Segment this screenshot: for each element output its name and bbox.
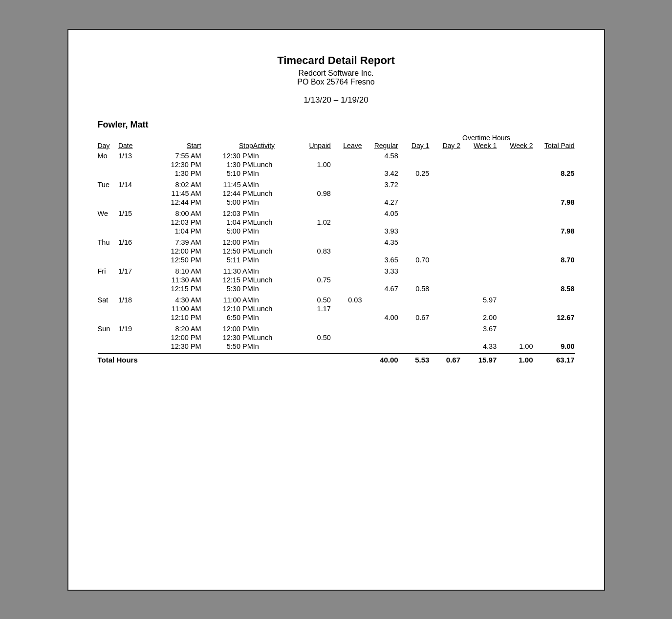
- ot-header-row: Overtime Hours: [98, 134, 575, 142]
- header-start: Start: [150, 142, 201, 151]
- table-row: 12:15 PM5:30 PMIn4.670.588.58: [98, 284, 575, 296]
- col-header-row: Day Date Start Stop Activity Unpaid Leav…: [98, 142, 575, 151]
- total-row: Total Hours40.005.530.6715.971.0063.17: [98, 353, 575, 364]
- table-row: 11:00 AM12:10 PMLunch1.17: [98, 304, 575, 313]
- header-date: Date: [118, 142, 150, 151]
- table-row: 12:30 PM5:50 PMIn4.331.009.00: [98, 342, 575, 354]
- employee-name: Fowler, Matt: [98, 120, 575, 130]
- report-page: Timecard Detail Report Redcort Software …: [67, 29, 605, 591]
- table-row: Fri1/178:10 AM11:30 AMIn3.33: [98, 267, 575, 276]
- header-totalpaid: Total Paid: [533, 142, 575, 151]
- report-header: Timecard Detail Report Redcort Software …: [98, 54, 575, 105]
- header-day2: Day 2: [429, 142, 460, 151]
- table-row: 12:03 PM1:04 PMLunch1.02: [98, 218, 575, 227]
- table-row: Thu1/167:39 AM12:00 PMIn4.35: [98, 238, 575, 247]
- table-body: Mo1/137:55 AM12:30 PMIn4.5812:30 PM1:30 …: [98, 151, 575, 364]
- table-row: Tue1/148:02 AM11:45 AMIn3.72: [98, 180, 575, 189]
- table-row: 12:30 PM1:30 PMLunch1.00: [98, 160, 575, 169]
- header-week2: Week 2: [497, 142, 533, 151]
- table-row: 12:00 PM12:50 PMLunch0.83: [98, 247, 575, 256]
- header-week1: Week 1: [460, 142, 497, 151]
- report-title: Timecard Detail Report: [98, 54, 575, 67]
- table-row: Mo1/137:55 AM12:30 PMIn4.58: [98, 151, 575, 160]
- table-row: 1:04 PM5:00 PMIn3.937.98: [98, 227, 575, 238]
- table-row: We1/158:00 AM12:03 PMIn4.05: [98, 209, 575, 218]
- header-day: Day: [98, 142, 118, 151]
- header-stop: Stop: [201, 142, 253, 151]
- ot-header-label: Overtime Hours: [398, 134, 575, 142]
- header-day1: Day 1: [398, 142, 430, 151]
- table-row: 12:44 PM5:00 PMIn4.277.98: [98, 198, 575, 209]
- timecard-table: Overtime Hours Day Date Start Stop Activ…: [98, 134, 575, 364]
- report-company: Redcort Software Inc.: [98, 69, 575, 78]
- table-row: 11:30 AM12:15 PMLunch0.75: [98, 276, 575, 284]
- table-row: 12:10 PM6:50 PMIn4.000.672.0012.67: [98, 313, 575, 324]
- report-address: PO Box 25764 Fresno: [98, 78, 575, 86]
- header-regular: Regular: [362, 142, 398, 151]
- header-activity: Activity: [253, 142, 295, 151]
- table-row: 12:50 PM5:11 PMIn3.650.708.70: [98, 256, 575, 267]
- header-leave: Leave: [331, 142, 362, 151]
- table-row: Sat1/184:30 AM11:00 AMIn0.500.035.97: [98, 296, 575, 304]
- table-row: 12:00 PM12:30 PMLunch0.50: [98, 333, 575, 342]
- table-row: 11:45 AM12:44 PMLunch0.98: [98, 189, 575, 198]
- header-unpaid: Unpaid: [295, 142, 331, 151]
- table-row: 1:30 PM5:10 PMIn3.420.258.25: [98, 169, 575, 180]
- report-daterange: 1/13/20 – 1/19/20: [98, 95, 575, 105]
- ot-header-empty: [98, 134, 398, 142]
- table-row: Sun1/198:20 AM12:00 PMIn3.67: [98, 324, 575, 333]
